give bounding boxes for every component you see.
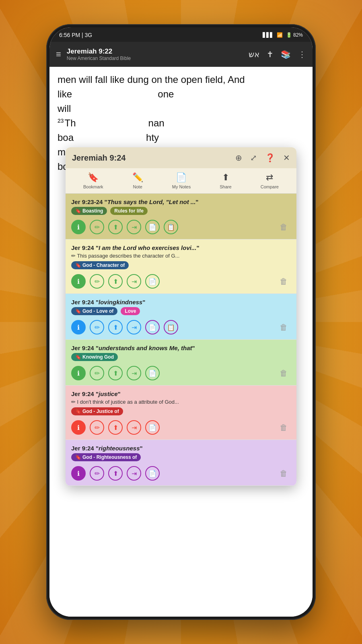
library-icon[interactable]: 📚 (281, 50, 291, 59)
note-icon: ✏️ (132, 172, 143, 183)
import-btn-5[interactable]: ⇥ (127, 420, 141, 435)
phone-container: 6:56 PM | 3G ▋▋▋ 📶 🔋 82% ≡ Jeremiah 9:22… (46, 24, 316, 620)
toolbar-note[interactable]: ✏️ Note (132, 172, 143, 189)
tag-knowing-god[interactable]: 🔖 Knowing God (71, 353, 118, 361)
copy-btn-3[interactable]: 📄 (145, 320, 160, 334)
share-btn-2[interactable]: ⬆ (108, 274, 123, 289)
note-card-4: Jer 9:24 "understands and knows Me, that… (66, 340, 296, 386)
delete-btn-5[interactable]: 🗑 (276, 420, 291, 435)
bookmark-icon: 🔖 (88, 172, 99, 183)
note-ref-3: Jer 9:24 "lovingkindness" (71, 299, 291, 305)
import-btn-2[interactable]: ⇥ (127, 274, 141, 289)
notes-list[interactable]: Jer 9:23-24 "Thus says the Lord, "Let no… (66, 194, 296, 486)
note-text-2: ✏ This passage describes the character o… (71, 253, 291, 259)
delete-btn-4[interactable]: 🗑 (276, 366, 291, 380)
note-card-3: Jer 9:24 "lovingkindness" 🔖 God - Love o… (66, 294, 296, 340)
note-quote-4: understands and knows Me, that (99, 345, 192, 351)
my-notes-icon: 📄 (176, 172, 187, 183)
fire-icon[interactable]: אש (249, 50, 259, 59)
delete-btn-1[interactable]: 🗑 (276, 220, 291, 234)
bible-line-1: men will fall like dung on the open fiel… (58, 72, 304, 87)
tag-god-love[interactable]: 🔖 God - Love of (71, 307, 117, 315)
modal-help-icon[interactable]: ❓ (265, 153, 275, 163)
share-btn-5[interactable]: ⬆ (108, 420, 123, 435)
info-btn-2[interactable]: ℹ (71, 274, 86, 289)
info-btn-4[interactable]: ℹ (71, 366, 86, 380)
wifi-icon: 📶 (277, 32, 283, 38)
copy2-btn-3[interactable]: 📋 (164, 320, 178, 334)
note-actions-4: ℹ ✏ ⬆ ⇥ 📄 🗑 (71, 364, 291, 380)
tag-love[interactable]: Love (121, 307, 140, 315)
copy2-btn-1[interactable]: 📋 (164, 220, 178, 234)
copy-btn-5[interactable]: 📄 (145, 420, 160, 435)
note-tags-4: 🔖 Knowing God (71, 353, 291, 361)
info-btn-3[interactable]: ℹ (71, 320, 86, 334)
modal-add-icon[interactable]: ⊕ (235, 153, 242, 163)
delete-btn-6[interactable]: 🗑 (276, 466, 291, 481)
import-btn-4[interactable]: ⇥ (127, 366, 141, 380)
import-btn-1[interactable]: ⇥ (127, 220, 141, 234)
modal-toolbar: 🔖 Bookmark ✏️ Note 📄 My Notes ⬆ Share (66, 168, 296, 194)
edit-btn-4[interactable]: ✏ (90, 366, 104, 380)
copy-btn-4[interactable]: 📄 (145, 366, 160, 380)
share-btn-1[interactable]: ⬆ (108, 220, 123, 234)
note-quote-5: justice (99, 390, 118, 397)
edit-btn-6[interactable]: ✏ (90, 466, 104, 481)
toolbar-compare[interactable]: ⇄ Compare (261, 172, 279, 189)
phone-screen: 6:56 PM | 3G ▋▋▋ 📶 🔋 82% ≡ Jeremiah 9:22… (49, 27, 313, 617)
tag-boasting[interactable]: 🔖 Boasting (71, 207, 107, 215)
signal-icon: ▋▋▋ (263, 32, 274, 38)
tag-rules[interactable]: Rules for life (110, 207, 148, 215)
edit-btn-5[interactable]: ✏ (90, 420, 104, 435)
note-tags-1: 🔖 Boasting Rules for life (71, 207, 291, 215)
bible-line-boa: boahty (58, 130, 304, 145)
edit-btn-2[interactable]: ✏ (90, 274, 104, 289)
note-actions-2: ℹ ✏ ⬆ ⇥ 📄 🗑 (71, 272, 291, 289)
modal-header-icons: ⊕ ⤢ ❓ ✕ (235, 153, 290, 163)
copy-btn-1[interactable]: 📄 (145, 220, 160, 234)
bible-line-2: like one (58, 87, 304, 101)
menu-icon[interactable]: ≡ (56, 49, 61, 60)
import-btn-3[interactable]: ⇥ (127, 320, 141, 334)
note-ref-6: Jer 9:24 "righteousness" (71, 445, 291, 452)
note-card-6: Jer 9:24 "righteousness" 🔖 God - Righteo… (66, 440, 296, 486)
import-btn-6[interactable]: ⇥ (127, 466, 141, 481)
share-icon: ⬆ (222, 172, 229, 183)
note-card-1: Jer 9:23-24 "Thus says the Lord, "Let no… (66, 194, 296, 239)
delete-btn-3[interactable]: 🗑 (276, 320, 291, 334)
note-ref-1: Jer 9:23-24 "Thus says the Lord, "Let no… (71, 198, 291, 205)
notes-modal: Jeremiah 9:24 ⊕ ⤢ ❓ ✕ 🔖 Bookmark (66, 147, 296, 486)
share-btn-6[interactable]: ⬆ (108, 466, 123, 481)
info-btn-1[interactable]: ℹ (71, 220, 86, 234)
copy-btn-2[interactable]: 📄 (145, 274, 160, 289)
share-btn-4[interactable]: ⬆ (108, 366, 123, 380)
toolbar-note-label: Note (133, 184, 142, 189)
status-icons: ▋▋▋ 📶 🔋 82% (263, 32, 303, 38)
bible-icon[interactable]: ✝ (267, 50, 274, 59)
tag-justice[interactable]: 🔖 God - Justice of (71, 407, 123, 415)
edit-btn-3[interactable]: ✏ (90, 320, 104, 334)
modal-collapse-icon[interactable]: ⤢ (250, 153, 257, 163)
modal-header: Jeremiah 9:24 ⊕ ⤢ ❓ ✕ (66, 147, 296, 168)
info-btn-5[interactable]: ℹ (71, 420, 86, 435)
note-quote-2: I am the Lord who exercises lovi... (99, 244, 196, 251)
toolbar-my-notes[interactable]: 📄 My Notes (172, 172, 191, 189)
note-tags-6: 🔖 God - Righteousness of (71, 453, 291, 461)
battery-icon: 🔋 82% (286, 32, 303, 38)
share-btn-3[interactable]: ⬆ (108, 320, 123, 334)
delete-btn-2[interactable]: 🗑 (276, 274, 291, 289)
modal-close-icon[interactable]: ✕ (283, 153, 290, 163)
tag-character[interactable]: 🔖 God - Character of (71, 261, 129, 269)
bible-verse-23: 23Thnan (58, 116, 304, 130)
copy-btn-6[interactable]: 📄 (145, 466, 160, 481)
note-quote-3: lovingkindness (99, 299, 142, 305)
note-card-2: Jer 9:24 "I am the Lord who exercises lo… (66, 239, 296, 294)
header-subtitle: New American Standard Bible (67, 56, 243, 61)
edit-btn-1[interactable]: ✏ (90, 220, 104, 234)
toolbar-compare-label: Compare (261, 184, 279, 189)
toolbar-bookmark[interactable]: 🔖 Bookmark (83, 172, 103, 189)
info-btn-6[interactable]: ℹ (71, 466, 86, 481)
tag-righteousness[interactable]: 🔖 God - Righteousness of (71, 453, 141, 461)
toolbar-share[interactable]: ⬆ Share (220, 172, 231, 189)
more-icon[interactable]: ⋮ (298, 50, 306, 59)
